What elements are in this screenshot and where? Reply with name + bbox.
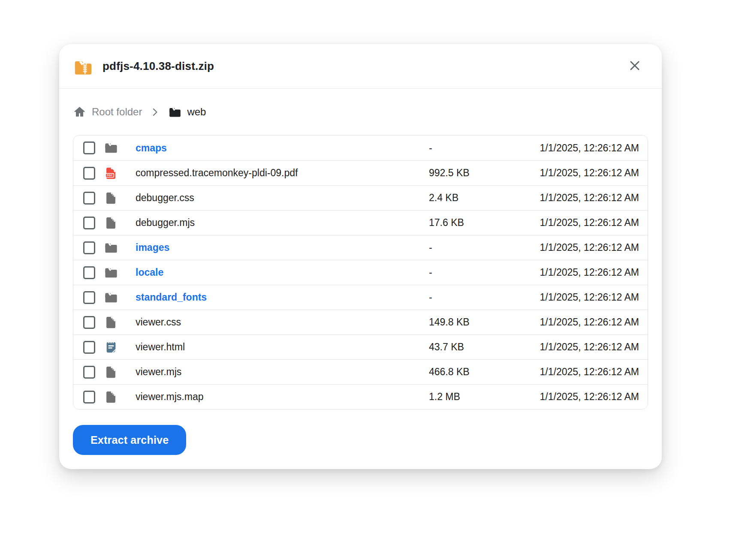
table-row: PDF: [73, 210, 648, 235]
pdf-file-icon: PDF: [104, 166, 118, 181]
table-row: PDF: [73, 135, 648, 160]
file-icon: [104, 390, 118, 404]
file-size: 149.8 KB: [429, 316, 536, 328]
folder-icon: [168, 105, 182, 118]
file-date: 1/1/2025, 12:26:12 AM: [536, 366, 639, 378]
file-size: 1.2 MB: [429, 391, 536, 403]
folder-link[interactable]: standard_fonts: [136, 292, 429, 303]
table-row: PDF: [73, 384, 648, 409]
breadcrumb-root-folder[interactable]: Root folder: [92, 106, 142, 118]
file-size: 43.7 KB: [429, 341, 536, 353]
row-checkbox[interactable]: [83, 316, 95, 329]
file-name: viewer.html: [136, 341, 429, 353]
file-size: -: [429, 242, 536, 253]
file-icon: [104, 315, 118, 330]
file-name: viewer.css: [136, 316, 429, 328]
file-date: 1/1/2025, 12:26:12 AM: [536, 142, 639, 154]
table-row: PDF: [73, 310, 648, 334]
table-row: PDF: [73, 160, 648, 185]
table-row: PDF: [73, 260, 648, 285]
breadcrumb-current-folder: web: [187, 106, 206, 118]
row-checkbox[interactable]: [83, 341, 95, 354]
file-size: -: [429, 292, 536, 303]
row-checkbox[interactable]: [83, 192, 95, 205]
file-size: 2.4 KB: [429, 192, 536, 204]
file-date: 1/1/2025, 12:26:12 AM: [536, 341, 639, 353]
breadcrumb: Root folder web: [73, 103, 648, 120]
home-icon: [73, 105, 86, 119]
folder-icon: [104, 265, 118, 280]
row-checkbox[interactable]: [83, 167, 95, 180]
file-date: 1/1/2025, 12:26:12 AM: [536, 292, 639, 303]
folder-link[interactable]: cmaps: [136, 142, 429, 154]
table-row: PDF: [73, 185, 648, 210]
folder-icon: [104, 241, 118, 255]
file-name: viewer.mjs.map: [136, 391, 429, 403]
file-size: -: [429, 267, 536, 278]
row-checkbox[interactable]: [83, 241, 95, 254]
zip-viewer-dialog: pdfjs-4.10.38-dist.zip Root folder: [59, 44, 662, 469]
file-size: 17.6 KB: [429, 217, 536, 229]
file-date: 1/1/2025, 12:26:12 AM: [536, 242, 639, 253]
chevron-right-icon: [150, 107, 160, 117]
file-icon: [104, 365, 118, 379]
row-checkbox[interactable]: [83, 391, 95, 403]
table-row: PDF: [73, 359, 648, 384]
dialog-header: pdfjs-4.10.38-dist.zip: [59, 44, 662, 89]
file-table: PDF: [73, 135, 648, 409]
table-row: PDF: [73, 334, 648, 359]
file-size: -: [429, 142, 536, 154]
row-checkbox[interactable]: [83, 291, 95, 304]
file-date: 1/1/2025, 12:26:12 AM: [536, 316, 639, 328]
table-row: PDF: [73, 235, 648, 260]
zip-folder-icon: [73, 57, 94, 75]
file-size: 992.5 KB: [429, 167, 536, 179]
archive-title: pdfjs-4.10.38-dist.zip: [103, 60, 625, 73]
row-checkbox[interactable]: [83, 142, 95, 154]
folder-icon: [104, 141, 118, 155]
file-icon: [104, 191, 118, 205]
file-date: 1/1/2025, 12:26:12 AM: [536, 391, 639, 403]
table-row: PDF: [73, 285, 648, 310]
file-size: 466.8 KB: [429, 366, 536, 378]
svg-text:PDF: PDF: [107, 174, 113, 177]
close-button[interactable]: [625, 57, 645, 76]
extract-archive-button[interactable]: Extract archive: [73, 425, 186, 455]
file-date: 1/1/2025, 12:26:12 AM: [536, 167, 639, 179]
row-checkbox[interactable]: [83, 217, 95, 229]
file-name: debugger.css: [136, 192, 429, 204]
file-icon: [104, 216, 118, 230]
folder-link[interactable]: locale: [136, 267, 429, 278]
close-x-icon: [627, 58, 642, 74]
file-date: 1/1/2025, 12:26:12 AM: [536, 217, 639, 229]
row-checkbox[interactable]: [83, 266, 95, 279]
folder-icon: [104, 290, 118, 305]
row-checkbox[interactable]: [83, 366, 95, 379]
folder-link[interactable]: images: [136, 242, 429, 253]
page-background: pdfjs-4.10.38-dist.zip Root folder: [0, 0, 742, 560]
file-name: viewer.mjs: [136, 366, 429, 378]
html-file-icon: [104, 340, 118, 355]
file-date: 1/1/2025, 12:26:12 AM: [536, 192, 639, 204]
file-name: compressed.tracemonkey-pldi-09.pdf: [136, 167, 429, 179]
file-date: 1/1/2025, 12:26:12 AM: [536, 267, 639, 278]
file-name: debugger.mjs: [136, 217, 429, 229]
